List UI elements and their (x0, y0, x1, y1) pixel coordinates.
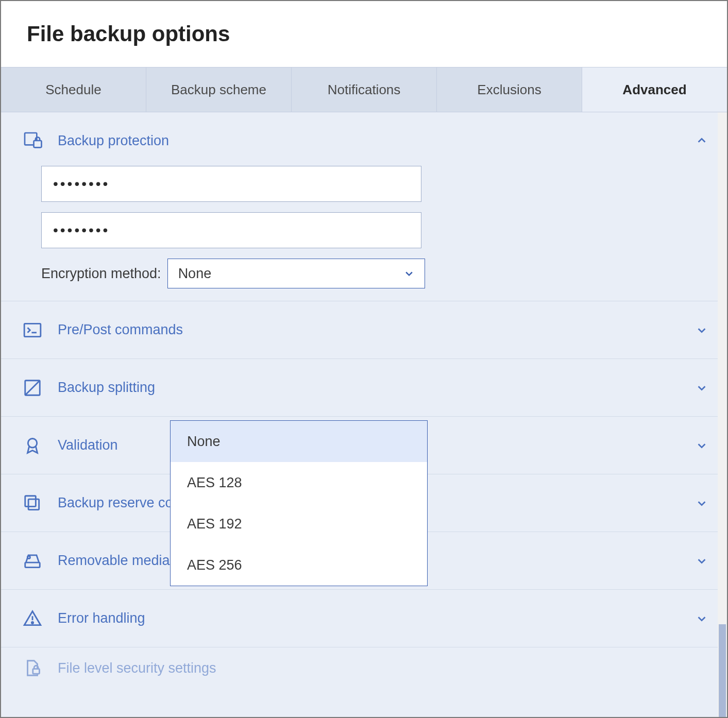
chevron-down-icon (696, 613, 707, 624)
encryption-option-none[interactable]: None (171, 421, 427, 462)
encryption-row: Encryption method: None (41, 259, 707, 288)
encryption-option-aes192[interactable]: AES 192 (171, 503, 427, 544)
tab-label: Advanced (622, 82, 686, 98)
section-backup-splitting[interactable]: Backup splitting (1, 359, 727, 417)
tab-label: Exclusions (477, 82, 541, 98)
chevron-down-icon (696, 324, 707, 336)
ribbon-icon (21, 434, 44, 457)
scrollbar[interactable] (718, 112, 727, 717)
tab-exclusions[interactable]: Exclusions (437, 67, 582, 112)
section-file-level-security[interactable]: File level security settings (1, 647, 727, 689)
tab-label: Notifications (328, 82, 401, 98)
option-label: AES 256 (187, 557, 242, 573)
tab-notifications[interactable]: Notifications (292, 67, 437, 112)
password-value: •••••••• (53, 176, 110, 192)
section-pre-post-commands[interactable]: Pre/Post commands (1, 301, 727, 359)
page-title: File backup options (27, 22, 701, 46)
section-body-backup-protection: •••••••• •••••••• Encryption method: Non… (1, 161, 727, 301)
section-backup-protection[interactable]: Backup protection (1, 112, 727, 161)
svg-rect-13 (33, 669, 40, 674)
svg-rect-8 (25, 495, 36, 506)
svg-rect-1 (34, 141, 42, 147)
dialog-header: File backup options (1, 1, 727, 67)
tab-label: Backup scheme (171, 82, 266, 98)
svg-point-6 (28, 438, 37, 447)
password-field[interactable]: •••••••• (41, 166, 421, 202)
option-label: None (187, 434, 221, 450)
svg-point-10 (27, 556, 30, 558)
encryption-label: Encryption method: (41, 266, 161, 282)
chevron-down-icon (696, 555, 707, 567)
chevron-down-icon (696, 440, 707, 451)
terminal-icon (21, 318, 44, 342)
svg-point-12 (31, 622, 33, 623)
section-title: File level security settings (58, 660, 707, 676)
tab-bar: Schedule Backup scheme Notifications Exc… (1, 67, 727, 112)
encryption-select[interactable]: None (167, 259, 425, 288)
tab-advanced[interactable]: Advanced (582, 67, 727, 112)
chevron-down-icon (696, 498, 707, 509)
scrollbar-thumb[interactable] (719, 624, 726, 717)
option-label: AES 192 (187, 516, 242, 532)
split-icon (21, 376, 44, 400)
encryption-option-aes128[interactable]: AES 128 (171, 462, 427, 503)
options-dialog: File backup options Schedule Backup sche… (0, 0, 728, 718)
encryption-dropdown[interactable]: None AES 128 AES 192 AES 256 (170, 420, 428, 586)
svg-line-5 (25, 380, 40, 395)
svg-rect-9 (25, 562, 40, 568)
svg-rect-7 (28, 499, 39, 510)
file-lock-icon (21, 656, 44, 680)
copy-icon (21, 491, 44, 515)
section-title: Backup splitting (58, 380, 696, 396)
drive-icon (21, 549, 44, 573)
tab-label: Schedule (45, 82, 101, 98)
encryption-selected-value: None (178, 266, 212, 282)
tab-backup-scheme[interactable]: Backup scheme (146, 67, 292, 112)
tab-schedule[interactable]: Schedule (1, 67, 146, 112)
option-label: AES 128 (187, 475, 242, 491)
encryption-option-aes256[interactable]: AES 256 (171, 544, 427, 586)
confirm-password-field[interactable]: •••••••• (41, 212, 421, 248)
section-error-handling[interactable]: Error handling (1, 590, 727, 647)
content-pane: Backup protection •••••••• •••••••• Encr… (1, 112, 727, 717)
chevron-down-icon (404, 268, 414, 279)
confirm-password-value: •••••••• (53, 222, 110, 238)
section-title: Error handling (58, 610, 696, 626)
chevron-down-icon (696, 382, 707, 394)
section-title: Backup protection (58, 133, 696, 149)
section-title: Pre/Post commands (58, 322, 696, 338)
shield-lock-icon (21, 129, 44, 152)
svg-rect-2 (24, 323, 41, 336)
warning-icon (21, 607, 44, 630)
chevron-up-icon (696, 135, 707, 146)
